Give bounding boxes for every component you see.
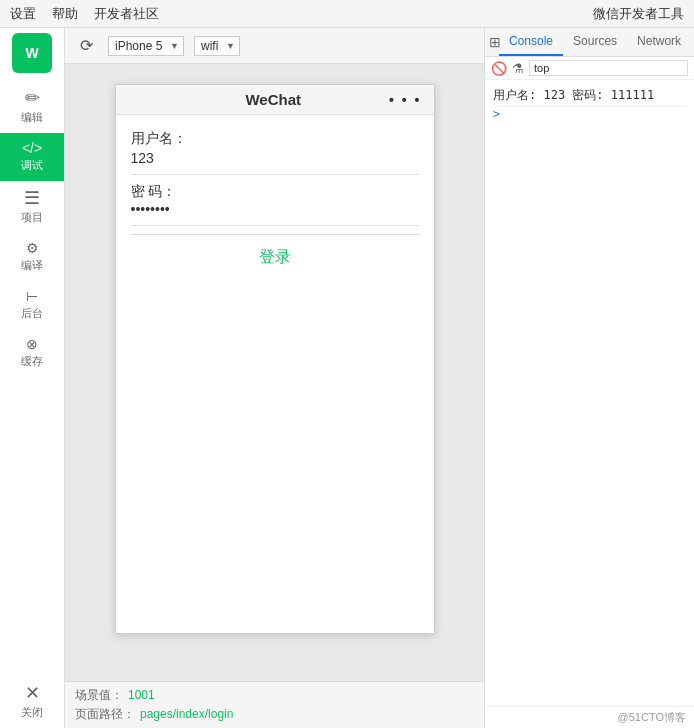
device-toolbar: ⟳ iPhone 5 wifi	[65, 28, 484, 64]
scene-value: 1001	[128, 686, 155, 705]
page-value: pages/index/login	[140, 705, 233, 724]
filter-icon[interactable]: ⚗	[512, 61, 524, 76]
sidebar: W ✏ 编辑 </> 调试 ☰ 项目 ⚙ 编译 ⊢ 后台 ⊗ 缓存 ✕ 关闭	[0, 28, 65, 728]
phone-frame-area: WeChat • • • 用户名： 123 密 码： •••••••• 登录	[65, 64, 484, 681]
logo-icon: W	[25, 45, 38, 61]
debug-icon: </>	[22, 141, 42, 155]
cache-icon: ⊗	[26, 337, 38, 351]
devtools-toolbar: 🚫 ⚗	[485, 57, 694, 80]
phone-content: 用户名： 123 密 码： •••••••• 登录	[116, 115, 434, 633]
filter-input[interactable]	[529, 60, 688, 76]
edit-icon: ✏	[25, 89, 40, 107]
center-content: ⟳ iPhone 5 wifi WeChat • • •	[65, 28, 484, 728]
devtools-tab-network[interactable]: Network	[627, 28, 691, 56]
password-label: 密 码：	[131, 183, 419, 201]
menu-settings[interactable]: 设置	[10, 5, 36, 23]
bottom-statusbar: 场景值： 1001 页面路径： pages/index/login	[65, 681, 484, 728]
devtools-tab-sources[interactable]: Sources	[563, 28, 627, 56]
app-logo: W	[12, 33, 52, 73]
sidebar-item-close[interactable]: ✕ 关闭	[0, 676, 64, 728]
sidebar-label-close: 关闭	[21, 705, 43, 720]
username-label: 用户名：	[131, 130, 419, 148]
clear-console-icon[interactable]: 🚫	[491, 61, 507, 76]
sidebar-item-backend[interactable]: ⊢ 后台	[0, 281, 64, 329]
menu-help[interactable]: 帮助	[52, 5, 78, 23]
rotate-button[interactable]: ⟳	[75, 34, 98, 57]
sidebar-item-debug[interactable]: </> 调试	[0, 133, 64, 181]
devtools-panel: ⊞ Console Sources Network 🚫 ⚗ 用户名: 123 密…	[484, 28, 694, 728]
sidebar-label-backend: 后台	[21, 306, 43, 321]
console-arrow: >	[493, 107, 686, 121]
main-area: W ✏ 编辑 </> 调试 ☰ 项目 ⚙ 编译 ⊢ 后台 ⊗ 缓存 ✕ 关闭	[0, 28, 694, 728]
sidebar-label-project: 项目	[21, 210, 43, 225]
sidebar-label-edit: 编辑	[21, 110, 43, 125]
devtools-content: 用户名: 123 密码: 111111 >	[485, 80, 694, 706]
devtools-tab-icon-cursor: ⊞	[485, 28, 499, 42]
sidebar-item-edit[interactable]: ✏ 编辑	[0, 81, 64, 133]
menu-left: 设置 帮助 开发者社区	[10, 5, 159, 23]
top-menubar: 设置 帮助 开发者社区 微信开发者工具	[0, 0, 694, 28]
backend-icon: ⊢	[26, 289, 38, 303]
sidebar-item-project[interactable]: ☰ 项目	[0, 181, 64, 233]
network-select-wrapper: wifi	[194, 36, 240, 56]
username-value: 123	[131, 150, 419, 166]
login-btn-area: 登录	[131, 234, 419, 280]
device-select[interactable]: iPhone 5	[108, 36, 184, 56]
compile-icon: ⚙	[26, 241, 39, 255]
phone-dots: • • •	[389, 92, 421, 108]
scene-row: 场景值： 1001	[75, 686, 474, 705]
devtools-tab-console[interactable]: Console	[499, 28, 563, 56]
menu-community[interactable]: 开发者社区	[94, 5, 159, 23]
page-row: 页面路径： pages/index/login	[75, 705, 474, 724]
sidebar-label-cache: 缓存	[21, 354, 43, 369]
username-row: 用户名： 123	[131, 130, 419, 175]
device-select-wrapper: iPhone 5	[108, 36, 184, 56]
login-button[interactable]: 登录	[259, 247, 291, 268]
network-select[interactable]: wifi	[194, 36, 240, 56]
devtools-tabs: ⊞ Console Sources Network	[485, 28, 694, 57]
phone-statusbar: WeChat • • •	[116, 85, 434, 115]
sidebar-item-cache[interactable]: ⊗ 缓存	[0, 329, 64, 377]
watermark: @51CTO博客	[485, 706, 694, 728]
sidebar-label-debug: 调试	[21, 158, 43, 173]
phone-frame: WeChat • • • 用户名： 123 密 码： •••••••• 登录	[115, 84, 435, 634]
project-icon: ☰	[24, 189, 40, 207]
password-value: ••••••••	[131, 201, 419, 217]
scene-label: 场景值：	[75, 686, 123, 705]
sidebar-label-compile: 编译	[21, 258, 43, 273]
console-log-line: 用户名: 123 密码: 111111	[493, 85, 686, 107]
password-row: 密 码： ••••••••	[131, 183, 419, 226]
phone-title: WeChat	[158, 91, 390, 108]
close-icon: ✕	[25, 684, 40, 702]
page-label: 页面路径：	[75, 705, 135, 724]
app-title: 微信开发者工具	[593, 5, 684, 23]
sidebar-item-compile[interactable]: ⚙ 编译	[0, 233, 64, 281]
